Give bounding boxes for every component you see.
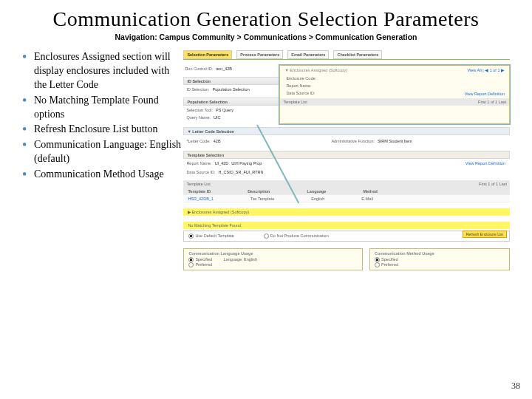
refresh-enclosure-list-button[interactable]: Refresh Enclosure List: [463, 231, 507, 238]
page-title: Communication Generation Selection Param…: [22, 7, 510, 31]
table-row: HSR_42DB_1 Tax Template English E-Mail: [183, 195, 510, 202]
radio-lang-preferred[interactable]: Preferred: [188, 262, 212, 267]
list-item: Communication Method Usage: [22, 168, 183, 182]
run-control-value: text_42B: [216, 66, 232, 71]
section-template-selection: Template Selection: [183, 151, 510, 159]
language-label: Language:: [224, 257, 243, 262]
admin-function: Administrative Function: SIRM Student It…: [331, 139, 412, 143]
enclosures-assigned-highlight: ▶ Enclosures Assigned (Softcopy): [183, 208, 510, 216]
no-match-options: Use Default Template Do Not Produce Comm…: [183, 231, 510, 242]
run-control-label: Run Control ID:: [185, 66, 213, 71]
id-selection-field: ID Selection: Population Selection: [186, 87, 249, 92]
letter-header-text: Letter Code Selection: [192, 129, 234, 134]
query-name-value: UIC: [214, 115, 220, 120]
admin-function-label: Administrative Function:: [331, 139, 375, 143]
radio-method-specified[interactable]: Specified: [375, 257, 398, 262]
no-matching-template-header: No Matching Template Found: [183, 222, 510, 229]
section-letter-code: ▼ Letter Code Selection: [183, 127, 510, 135]
tab-bar: Selection Parameters Process Parameters …: [183, 50, 382, 59]
radio-method-preferred[interactable]: Preferred: [375, 262, 398, 267]
communication-language-usage: Communication Language Usage Specified L…: [183, 248, 363, 270]
language-value: English: [244, 257, 257, 262]
report-name-value: UI_42D: [215, 161, 229, 166]
run-control-id: Run Control ID: text_42B: [185, 66, 232, 71]
screenshot-panel: Selection Parameters Process Parameters …: [183, 50, 510, 346]
method-usage-title: Communication Method Usage: [375, 251, 505, 256]
selection-tool: Selection Tool: PS Query: [186, 108, 233, 112]
tab-selection-parameters[interactable]: Selection Parameters: [183, 50, 232, 59]
view-report-definition-link[interactable]: View Report Definition: [466, 161, 505, 166]
lang-usage-title: Communication Language Usage: [188, 251, 358, 256]
template-list-columns: Template ID Description Language Method: [183, 188, 510, 195]
bullet-list: Enclosures Assigned section will display…: [22, 50, 183, 346]
page-number: 38: [511, 381, 520, 392]
report-prompt: UIH Paying Prop: [231, 161, 262, 166]
tab-email-parameters[interactable]: Email Parameters: [287, 50, 329, 59]
breadcrumb: Navigation: Campus Community > Communica…: [22, 33, 510, 41]
template-list-title: Template List: [186, 182, 210, 186]
tab-process-parameters[interactable]: Process Parameters: [236, 50, 283, 59]
callout-rectangle: [279, 64, 511, 125]
col-template-id: Template ID: [188, 189, 211, 194]
template-list-header: Template List First 1 of 1 Last: [183, 180, 510, 188]
template-list-pager: First 1 of 1 Last: [479, 182, 507, 186]
col-method: Method: [363, 189, 378, 194]
communication-method-usage: Communication Method Usage Specified Pre…: [369, 248, 510, 270]
list-item: No Matching Template Found options: [22, 94, 183, 122]
report-name-field: Report Name: UI_42D UIH Paying Prop: [186, 161, 262, 166]
id-selection-label: ID Selection:: [186, 87, 209, 92]
encl-highlight-text: Enclosures Assigned (Softcopy): [191, 210, 249, 214]
radio-do-not-produce[interactable]: Do Not Produce Communication: [264, 233, 329, 239]
data-source-field: Data Source ID: H_CSID_SR_FUI_RTRN: [186, 170, 263, 174]
selection-tool-label: Selection Tool:: [186, 108, 213, 112]
radio-lang-specified[interactable]: Specified: [188, 257, 212, 262]
list-item: Refresh Enclosure List button: [22, 123, 183, 137]
col-language: Language: [307, 189, 326, 194]
list-item: Enclosures Assigned section will display…: [22, 50, 183, 92]
letter-code-field: *Letter Code: 42B: [186, 139, 220, 143]
id-selection-value: Population Selection: [213, 87, 250, 92]
data-source-value: H_CSID_SR_FUI_RTRN: [219, 170, 264, 174]
tab-checklist-parameters[interactable]: Checklist Parameters: [333, 50, 382, 59]
letter-code-value: 42B: [214, 139, 221, 143]
col-description: Description: [248, 189, 270, 194]
report-name-label: Report Name:: [186, 161, 211, 166]
admin-function-value: SIRM Student Item: [378, 139, 412, 143]
selection-tool-value: PS Query: [216, 108, 233, 112]
radio-use-default-template[interactable]: Use Default Template: [188, 233, 233, 239]
data-source-label: Data Source ID:: [186, 170, 215, 174]
method-cell: E-Mail: [361, 197, 373, 201]
language-cell: English: [311, 197, 324, 201]
query-name: Query Name: UIC: [186, 115, 220, 120]
description-cell: Tax Template: [250, 197, 274, 201]
query-name-label: Query Name:: [186, 115, 211, 120]
template-id-cell[interactable]: HSR_42DB_1: [188, 197, 214, 201]
letter-code-label: *Letter Code:: [186, 139, 210, 143]
list-item: Communication Language: English (default…: [22, 138, 183, 166]
